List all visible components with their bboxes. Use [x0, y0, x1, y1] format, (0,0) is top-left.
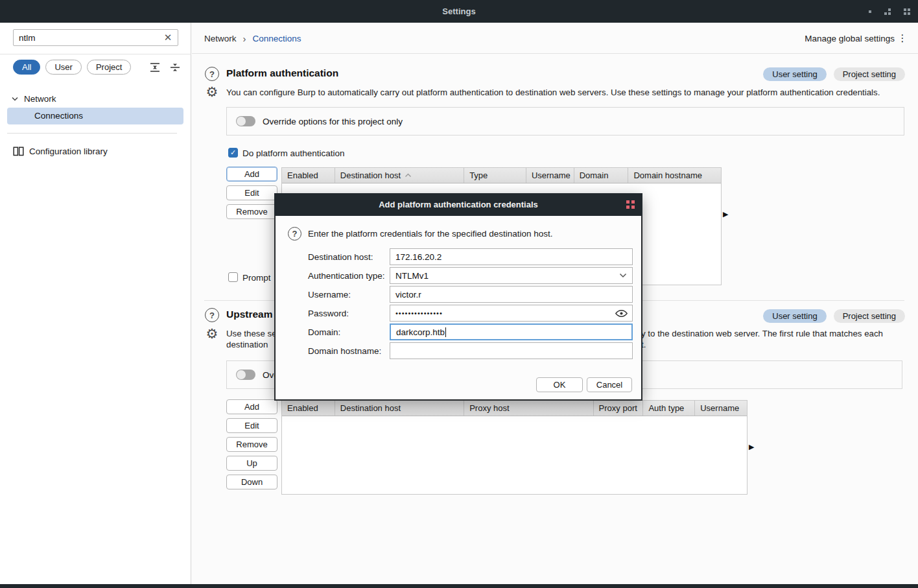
dialog-close-icon[interactable] [626, 200, 635, 209]
book-icon [13, 147, 24, 156]
chevron-down-icon [619, 273, 627, 278]
platform-override-toggle[interactable] [236, 116, 255, 126]
window-restore-icon[interactable] [884, 8, 891, 15]
upstream-up-button[interactable]: Up [226, 456, 277, 471]
username-field[interactable]: victor.r [390, 286, 633, 303]
upstream-edit-button[interactable]: Edit [226, 418, 277, 433]
sidebar-item-configuration-library[interactable]: Configuration library [13, 144, 108, 158]
domain-field[interactable]: darkcorp.htb [390, 323, 633, 340]
table-focus-arrow-icon: ▶ [749, 443, 754, 451]
platform-project-setting-badge[interactable]: Project setting [834, 67, 905, 81]
breadcrumb-connections[interactable]: Connections [253, 34, 301, 43]
column-header-username[interactable]: Username [526, 168, 574, 183]
text-cursor [445, 327, 446, 337]
window-minimize-icon[interactable] [869, 10, 871, 13]
prompt-credentials-label: Prompt [242, 273, 271, 283]
column-header-auth-type[interactable]: Auth type [643, 401, 695, 416]
ok-button[interactable]: OK [536, 377, 583, 392]
sidebar-item-connections[interactable]: Connections [7, 108, 183, 124]
platform-edit-button[interactable]: Edit [226, 185, 277, 200]
upstream-add-button[interactable]: Add [226, 399, 277, 414]
library-label: Configuration library [29, 147, 108, 156]
tree-group-label: Network [24, 94, 56, 104]
breadcrumb: Network › Connections [204, 23, 301, 54]
breadcrumb-network[interactable]: Network [204, 34, 237, 43]
platform-user-setting-badge[interactable]: User setting [763, 67, 826, 81]
dialog-title: Add platform authentication credentials [274, 193, 642, 216]
upstream-section-title: Upstream [226, 309, 273, 320]
destination-host-label: Destination host: [308, 252, 373, 262]
platform-override-label: Override options for this project only [263, 117, 403, 126]
settings-sidebar: ✕ All User Project Network Connections C… [0, 23, 191, 584]
upstream-down-button[interactable]: Down [226, 475, 277, 489]
upstream-description-fragment: destination [226, 340, 268, 349]
username-label: Username: [308, 290, 351, 300]
domain-hostname-label: Domain hostname: [308, 346, 381, 356]
dialog-info-text: Enter the platform credentials for the s… [308, 229, 552, 239]
cancel-button[interactable]: Cancel [587, 377, 632, 392]
search-input[interactable] [19, 30, 160, 45]
divider [0, 54, 191, 54]
platform-remove-button[interactable]: Remove [226, 204, 277, 219]
platform-description: You can configure Burp to automatically … [226, 87, 907, 98]
authentication-type-label: Authentication type: [308, 271, 385, 281]
do-platform-auth-label: Do platform authentication [242, 148, 345, 158]
gear-icon[interactable]: ⚙ [204, 326, 220, 342]
column-header-destination-host[interactable]: Destination host [335, 168, 464, 183]
upstream-proxy-table[interactable]: Enabled Destination host Proxy host Prox… [281, 400, 747, 495]
filter-user-button[interactable]: User [45, 60, 81, 75]
breadcrumb-chevron-icon: › [243, 33, 246, 44]
password-field[interactable]: ••••••••••••••• [390, 305, 633, 322]
clear-search-icon[interactable]: ✕ [162, 31, 174, 44]
upstream-remove-button[interactable]: Remove [226, 437, 277, 452]
help-icon[interactable]: ? [205, 308, 219, 322]
upstream-project-setting-badge[interactable]: Project setting [834, 309, 905, 323]
manage-global-settings-link[interactable]: Manage global settings [805, 23, 895, 54]
gear-icon[interactable]: ⚙ [204, 84, 220, 100]
upstream-table-header: Enabled Destination host Proxy host Prox… [282, 401, 747, 416]
expand-all-icon[interactable] [148, 60, 162, 75]
upstream-description-fragment: y to the destination web server. The fir… [641, 329, 883, 338]
filter-all-button[interactable]: All [13, 60, 40, 75]
window-title: Settings [0, 0, 918, 23]
upstream-user-setting-badge[interactable]: User setting [763, 309, 826, 323]
prompt-credentials-checkbox[interactable] [228, 272, 238, 282]
platform-override-box: Override options for this project only [226, 107, 904, 135]
help-icon: ? [288, 227, 301, 241]
column-header-type[interactable]: Type [464, 168, 526, 183]
breadcrumb-bar: Network › Connections Manage global sett… [192, 23, 918, 54]
kebab-menu-icon[interactable]: ⋮ [897, 31, 908, 45]
domain-label: Domain: [308, 327, 340, 337]
authentication-type-select[interactable]: NTLMv1 [390, 267, 633, 284]
show-password-eye-icon[interactable] [615, 308, 628, 319]
dialog-add-platform-credentials: Add platform authentication credentials … [274, 193, 642, 401]
sort-ascending-icon [405, 173, 412, 178]
collapse-all-icon[interactable] [168, 60, 182, 75]
divider [7, 133, 177, 134]
column-header-enabled[interactable]: Enabled [282, 168, 335, 183]
upstream-description-fragment: Use these se [226, 329, 277, 338]
dialog-titlebar: Add platform authentication credentials [274, 193, 642, 216]
column-header-destination-host[interactable]: Destination host [335, 401, 464, 416]
filter-project-button[interactable]: Project [87, 60, 131, 75]
tree-group-network[interactable]: Network [12, 91, 56, 106]
column-header-proxy-port[interactable]: Proxy port [594, 401, 644, 416]
platform-table-header: Enabled Destination host Type Username D… [282, 168, 721, 183]
upstream-override-toggle[interactable] [236, 370, 255, 380]
column-header-domain-hostname[interactable]: Domain hostname [628, 168, 721, 183]
column-header-proxy-host[interactable]: Proxy host [464, 401, 593, 416]
column-header-enabled[interactable]: Enabled [282, 401, 335, 416]
do-platform-auth-checkbox[interactable]: ✓ [228, 148, 238, 158]
destination-host-field[interactable]: 172.16.20.2 [390, 248, 633, 265]
window-titlebar: Settings [0, 0, 918, 23]
platform-add-button[interactable]: Add [226, 167, 277, 182]
column-header-username[interactable]: Username [695, 401, 747, 416]
table-focus-arrow-icon: ▶ [723, 210, 728, 218]
window-maximize-icon[interactable] [904, 8, 910, 15]
column-header-domain[interactable]: Domain [574, 168, 629, 183]
chevron-down-icon [12, 97, 18, 101]
window-bottom-edge [0, 584, 918, 588]
platform-section-title: Platform authentication [226, 67, 338, 79]
domain-hostname-field[interactable] [390, 342, 633, 359]
help-icon[interactable]: ? [205, 67, 219, 81]
